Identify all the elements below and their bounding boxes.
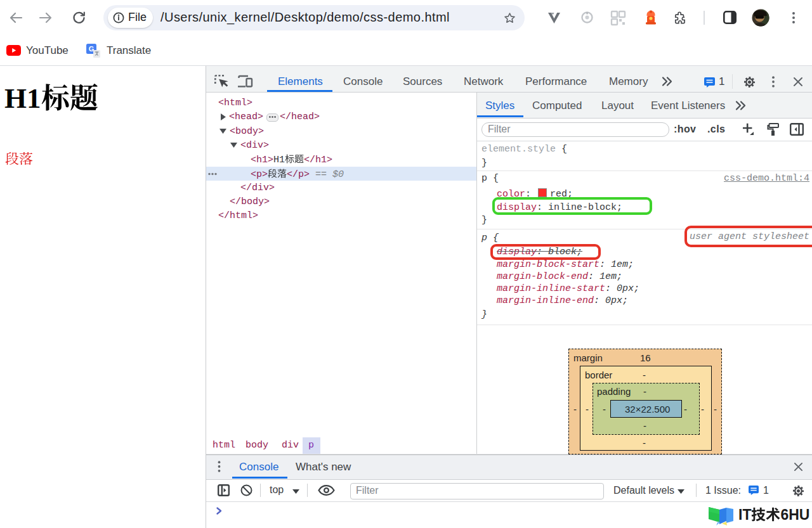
svg-text:G: G bbox=[89, 45, 95, 53]
